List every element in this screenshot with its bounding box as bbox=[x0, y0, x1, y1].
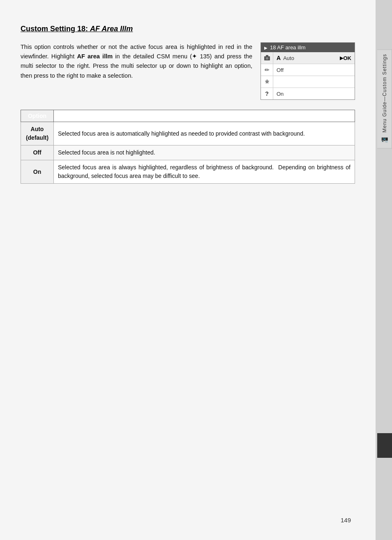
page-title: Custom Setting 18: AF Area Illm bbox=[21, 25, 355, 33]
table-row: Auto(default) Selected focus area is aut… bbox=[21, 122, 355, 145]
option-auto: Auto(default) bbox=[21, 122, 54, 145]
camera-menu-box: 18 AF area illm A bbox=[261, 42, 355, 100]
desc-off: Selected focus area is not highlighted. bbox=[54, 145, 355, 160]
camera-menu-row-custom bbox=[261, 76, 355, 88]
table-row: On Selected focus area is always highlig… bbox=[21, 160, 355, 184]
menu-ok: ▶OK bbox=[340, 55, 352, 61]
camera-icon-2: ✏ bbox=[261, 64, 273, 76]
play-icon bbox=[264, 44, 267, 51]
camera-menu-title: 18 AF area illm bbox=[270, 44, 306, 51]
bold-ref: AF area illm bbox=[77, 53, 113, 60]
menu-value-off: Off bbox=[277, 67, 351, 73]
camera-icon-1 bbox=[261, 52, 273, 64]
pencil-icon: ✏ bbox=[265, 67, 270, 73]
option-on: On bbox=[21, 160, 54, 184]
sidebar-icon: 📷 bbox=[381, 136, 388, 144]
table-header-option: Option bbox=[21, 110, 54, 122]
camera-menu-content-on: On bbox=[273, 90, 355, 98]
camera-menu-rows: A Auto ▶OK ✏ Off bbox=[261, 52, 355, 99]
sidebar-black-block bbox=[377, 433, 392, 458]
table-row: Off Selected focus area is not highlight… bbox=[21, 145, 355, 160]
camera-menu-row-off: ✏ Off bbox=[261, 64, 355, 76]
camera-menu-row-on: ? On bbox=[261, 88, 355, 99]
camera-menu-content-custom bbox=[273, 81, 355, 83]
page-number: 149 bbox=[341, 517, 351, 524]
menu-letter-a: A bbox=[277, 55, 281, 61]
camera-icon-4: ? bbox=[261, 88, 273, 99]
camera-menu-content-auto: A Auto ▶OK bbox=[273, 54, 355, 62]
options-table: Option Description Auto(default) Selecte… bbox=[21, 110, 355, 184]
sidebar-label: Menu Guide—Custom Settings bbox=[382, 54, 387, 132]
main-content: Custom Setting 18: AF Area Illm This opt… bbox=[21, 25, 355, 184]
camera-menu-header: 18 AF area illm bbox=[261, 43, 355, 52]
ok-arrow: ▶ bbox=[340, 55, 343, 61]
sidebar: 📷 Menu Guide—Custom Settings bbox=[376, 0, 392, 540]
camera-menu-content-off: Off bbox=[273, 66, 355, 74]
menu-value-auto: Auto bbox=[283, 55, 337, 61]
intro-text: This option controls whether or not the … bbox=[21, 42, 252, 81]
desc-on: Selected focus area is always highlighte… bbox=[54, 160, 355, 184]
sidebar-tab: 📷 Menu Guide—Custom Settings bbox=[377, 49, 392, 148]
intro-section: This option controls whether or not the … bbox=[21, 42, 355, 100]
svg-point-2 bbox=[266, 57, 268, 60]
camera-menu-row-auto: A Auto ▶OK bbox=[261, 52, 355, 64]
menu-value-on: On bbox=[277, 91, 351, 97]
table-header-description: Description bbox=[54, 110, 355, 122]
option-off: Off bbox=[21, 145, 54, 160]
camera-icon-3 bbox=[261, 76, 273, 88]
question-icon: ? bbox=[265, 90, 269, 97]
page-content: Custom Setting 18: AF Area Illm This opt… bbox=[0, 0, 376, 540]
svg-rect-1 bbox=[266, 55, 268, 57]
desc-auto: Selected focus area is automatically hig… bbox=[54, 122, 355, 145]
